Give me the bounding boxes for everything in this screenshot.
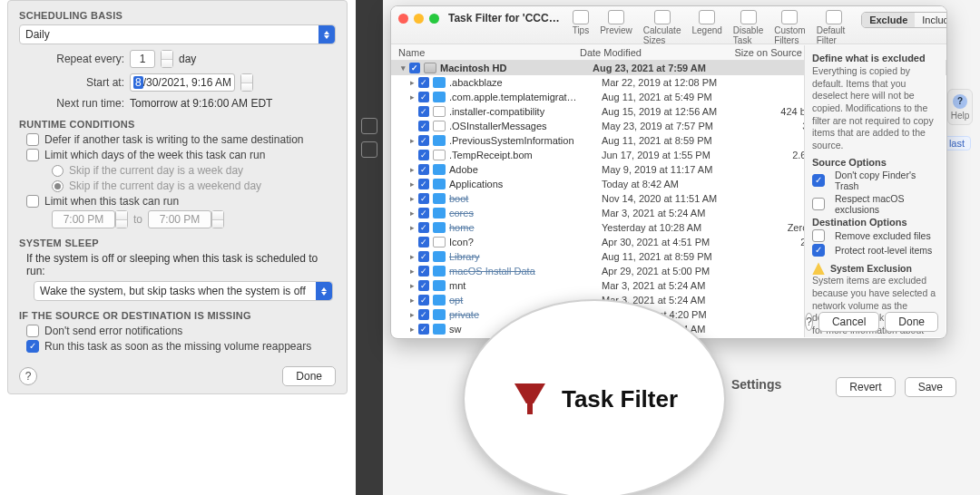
disclosure-triangle-icon[interactable]: ▸ [407,310,416,319]
time-from-stepper[interactable] [115,210,128,228]
row-name: Macintosh HD [440,63,593,73]
seg-exclude[interactable]: Exclude [862,13,915,27]
folder-icon [433,309,446,320]
disclosure-triangle-icon[interactable]: ▸ [407,252,416,261]
minimize-icon[interactable] [414,14,424,24]
toolbar-tips[interactable]: Tips [571,10,592,35]
row-checkbox[interactable] [418,121,429,131]
disclosure-triangle-icon[interactable]: ▸ [407,136,416,145]
repeat-count-field[interactable]: 1 [130,50,155,68]
row-checkbox[interactable] [418,164,429,175]
row-checkbox[interactable] [418,251,429,262]
save-button[interactable]: Save [905,377,956,397]
opt-macos-exclusions-checkbox[interactable] [812,198,825,210]
start-stepper[interactable] [240,73,253,92]
folder-icon [433,77,446,88]
row-checkbox[interactable] [418,324,429,335]
start-datetime-field[interactable]: 8/30/2021, 9:16 AM [130,73,235,92]
opt-trash-checkbox[interactable] [812,174,825,187]
disclosure-triangle-icon[interactable]: ▸ [407,92,416,102]
exclude-include-segment[interactable]: Exclude Include [861,12,947,28]
sleep-desc: If the system is off or sleeping when th… [26,252,336,277]
col-name[interactable]: Name [398,47,580,58]
toolbar-legend[interactable]: Legend [690,10,723,35]
folder-icon [433,164,446,175]
opt-protect-root-checkbox[interactable] [812,244,825,257]
row-name: boot [449,193,602,204]
side-h3: Destination Options [812,217,938,228]
row-checkbox[interactable] [418,266,429,277]
disclosure-triangle-icon[interactable]: ▸ [407,78,416,87]
toolbar-calc[interactable]: Calculate Sizes [642,10,683,45]
disclosure-triangle-icon[interactable]: ▸ [407,267,416,276]
row-checkbox[interactable] [418,179,429,189]
skip-weekday-radio[interactable] [52,165,64,177]
folder-icon [433,324,446,335]
disclosure-triangle-icon[interactable]: ▸ [407,325,416,334]
funnel-icon [511,380,549,418]
sidebar-icon[interactable] [361,141,377,158]
disclosure-triangle-icon[interactable]: ▾ [398,63,407,73]
repeat-stepper[interactable] [161,50,173,68]
traffic-lights[interactable] [398,14,439,24]
skip-weekend-radio[interactable] [52,180,64,192]
time-from-field[interactable]: 7:00 PM [52,210,115,228]
toolbar-custom[interactable]: Custom Filters [772,10,807,45]
row-checkbox[interactable] [418,135,429,146]
row-checkbox[interactable] [418,106,429,117]
row-date: Today at 8:42 AM [602,179,738,189]
row-checkbox[interactable] [418,92,429,102]
row-checkbox[interactable] [418,193,429,204]
row-checkbox[interactable] [418,309,429,320]
row-checkbox[interactable] [409,63,420,73]
time-to-field[interactable]: 7:00 PM [148,210,211,228]
row-checkbox[interactable] [418,222,429,233]
close-icon[interactable] [398,14,408,24]
scheduling-basis-select[interactable]: Daily [19,24,336,44]
row-checkbox[interactable] [418,295,429,306]
help-button[interactable]: ? [19,367,37,385]
zoom-lens: Task Filter [463,299,726,495]
rerun-checkbox[interactable] [26,340,39,353]
disclosure-triangle-icon[interactable]: ▸ [407,296,416,305]
toolbar-preview[interactable]: Preview [598,10,634,35]
seg-include[interactable]: Include [915,13,947,27]
row-name: .installer-compatibility [449,106,602,117]
side-done-button[interactable]: Done [885,312,938,332]
disclosure-triangle-icon[interactable]: ▸ [407,165,416,174]
opt-remove-excluded-checkbox[interactable] [812,229,825,242]
row-date: Aug 23, 2021 at 7:59 AM [593,63,729,73]
time-to-stepper[interactable] [211,210,224,228]
row-checkbox[interactable] [418,237,429,248]
row-checkbox[interactable] [418,150,429,160]
limit-days-checkbox[interactable] [26,149,39,161]
lens-label: Task Filter [562,385,678,413]
row-checkbox[interactable] [418,208,429,218]
row-checkbox[interactable] [418,77,429,88]
help-bubble[interactable]: ?Help [947,89,973,125]
disclosure-triangle-icon[interactable]: ▸ [407,194,416,203]
col-size-source[interactable]: Size on Source [716,47,802,58]
defer-checkbox[interactable] [26,133,39,146]
sidebar-doc-icon[interactable] [361,118,377,134]
row-name: Library [449,251,602,262]
row-date: May 9, 2019 at 11:17 AM [602,164,738,175]
disclosure-triangle-icon[interactable]: ▸ [407,281,416,290]
zoom-icon[interactable] [429,14,439,24]
no-error-checkbox[interactable] [26,325,39,337]
disclosure-triangle-icon[interactable]: ▸ [407,180,416,189]
row-checkbox[interactable] [418,280,429,291]
revert-button[interactable]: Revert [836,377,895,397]
limit-when-checkbox[interactable] [26,195,39,208]
disclosure-triangle-icon[interactable]: ▸ [407,223,416,232]
side-h2: Source Options [812,157,938,168]
col-date-modified[interactable]: Date Modified [580,47,716,58]
row-name: .abackblaze [449,77,602,88]
section-sleep: SYSTEM SLEEP [19,238,336,248]
disclosure-triangle-icon[interactable]: ▸ [407,209,416,218]
side-help-button[interactable]: ? [805,313,813,331]
row-name: .com.apple.templatemigrat… [449,92,602,102]
side-cancel-button[interactable]: Cancel [818,312,879,332]
sleep-behavior-select[interactable]: Wake the system, but skip tasks when the… [34,281,333,301]
done-button[interactable]: Done [282,366,336,386]
